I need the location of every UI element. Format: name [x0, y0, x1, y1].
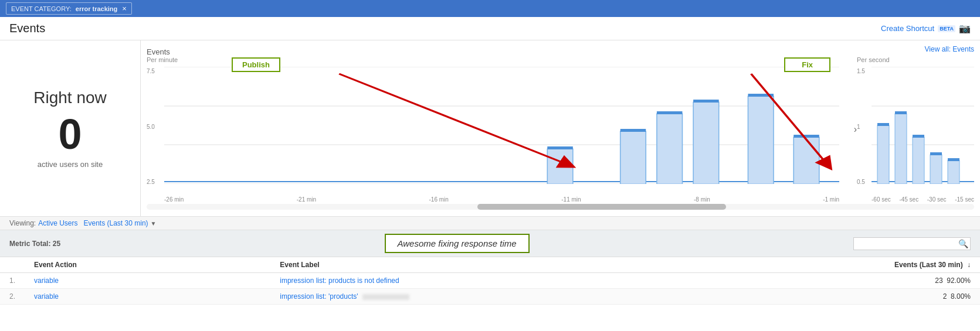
- left-panel: Right now 0 active users on site: [0, 40, 141, 216]
- row-number: 2.: [0, 289, 25, 305]
- chevron-right-icon[interactable]: ›: [854, 124, 857, 135]
- table-area: Metric Total: 25 Awesome fixing response…: [0, 230, 980, 305]
- svg-rect-16: [794, 135, 819, 138]
- svg-rect-12: [620, 129, 646, 132]
- svg-rect-24: [913, 137, 924, 184]
- svg-rect-22: [877, 125, 889, 184]
- x-axis-right: -60 sec -45 sec -30 sec -15 sec: [872, 196, 974, 203]
- y-axis-right: 1.5 1 0.5: [857, 68, 865, 185]
- show-all-area: View all: Events: [925, 45, 975, 53]
- metric-total-value: 25: [53, 240, 60, 248]
- right-now-count: 0: [58, 113, 82, 155]
- down-arrow-icon[interactable]: ▼: [151, 220, 157, 227]
- svg-rect-28: [895, 111, 907, 114]
- col-header-num: [0, 257, 25, 273]
- svg-rect-6: [620, 131, 646, 184]
- scrollbar[interactable]: [147, 204, 974, 210]
- chart-title: Events: [147, 47, 170, 56]
- beta-badge: BETA: [938, 25, 955, 32]
- row-events: 2 8.00%: [863, 289, 980, 305]
- show-all-link[interactable]: View all: Events: [925, 45, 975, 53]
- svg-rect-30: [930, 152, 942, 155]
- svg-rect-23: [895, 114, 907, 184]
- svg-rect-27: [877, 123, 889, 126]
- svg-rect-29: [913, 135, 924, 138]
- svg-rect-14: [693, 100, 719, 103]
- row-number: 1.: [0, 273, 25, 289]
- svg-rect-15: [748, 94, 774, 97]
- svg-rect-10: [794, 137, 819, 184]
- svg-rect-8: [693, 102, 719, 184]
- x-axis-left: -26 min -21 min -16 min -11 min -8 min -…: [164, 196, 839, 203]
- header-actions: Create Shortcut BETA 📷: [881, 23, 971, 34]
- left-chart-svg: [164, 67, 839, 184]
- camera-icon[interactable]: 📷: [959, 23, 971, 34]
- right-chart-svg: [872, 67, 974, 184]
- right-now-label: Right now: [33, 88, 107, 107]
- chart-labels: Events: [141, 45, 980, 56]
- col-header-event-action: Event Action: [25, 257, 270, 273]
- y-axis-left: 7.5 5.0 2.5: [147, 68, 155, 185]
- row-event-label: impression list: 'products': [270, 289, 863, 305]
- chart-area: View all: Events Events Per minute 7.5 5…: [141, 40, 980, 216]
- filter-bar: EVENT CATEGORY: error tracking ×: [0, 0, 980, 17]
- search-box-container: 🔍: [853, 237, 971, 250]
- table-row: 2. variable impression list: 'products' …: [0, 289, 980, 305]
- page-header: Events Create Shortcut BETA 📷: [0, 17, 980, 40]
- data-table: Event Action Event Label Events (Last 30…: [0, 257, 980, 305]
- awesome-annotation: Awesome fixing response time: [385, 234, 530, 253]
- table-row: 1. variable impression list: products is…: [0, 273, 980, 289]
- viewing-bar: Viewing: Active Users Events (Last 30 mi…: [0, 216, 980, 230]
- per-minute-label: Per minute: [141, 56, 851, 63]
- svg-rect-9: [748, 96, 774, 184]
- svg-rect-25: [930, 155, 942, 184]
- svg-rect-11: [547, 146, 573, 149]
- row-event-action: variable: [25, 289, 270, 305]
- svg-rect-26: [948, 161, 959, 184]
- svg-rect-31: [948, 158, 959, 161]
- close-icon[interactable]: ×: [122, 4, 127, 13]
- row-events: 23 92.00%: [863, 273, 980, 289]
- svg-rect-7: [657, 114, 683, 184]
- right-now-subtitle: active users on site: [38, 160, 103, 169]
- sort-icon[interactable]: ↓: [967, 261, 971, 269]
- metric-total: Metric Total: 25: [9, 240, 60, 248]
- table-toolbar: Metric Total: 25 Awesome fixing response…: [0, 230, 980, 257]
- charts-container: Per minute 7.5 5.0 2.5: [141, 56, 980, 203]
- filter-value: error tracking: [76, 5, 118, 12]
- col-header-event-label: Event Label: [270, 257, 863, 273]
- viewing-label: Viewing:: [9, 219, 36, 227]
- events-link[interactable]: Events (Last 30 min): [84, 219, 148, 227]
- svg-rect-5: [547, 149, 573, 184]
- active-users-link[interactable]: Active Users: [38, 219, 77, 227]
- create-shortcut-link[interactable]: Create Shortcut: [881, 24, 934, 33]
- metric-total-label: Metric Total:: [9, 240, 50, 248]
- blurred-content: [362, 294, 409, 300]
- svg-rect-13: [657, 111, 683, 114]
- main-content: Right now 0 active users on site View al…: [0, 40, 980, 216]
- page-title: Events: [9, 22, 45, 35]
- row-event-action: variable: [25, 273, 270, 289]
- left-chart-wrapper: Per minute 7.5 5.0 2.5: [141, 56, 851, 203]
- right-chart-wrapper: Per second 1.5 1 0.5: [851, 56, 980, 203]
- search-input[interactable]: [853, 237, 971, 250]
- filter-category: EVENT CATEGORY:: [11, 5, 72, 12]
- search-button[interactable]: 🔍: [958, 239, 968, 248]
- scrollbar-thumb[interactable]: [477, 204, 725, 210]
- per-second-label: Per second: [851, 56, 980, 63]
- row-event-label: impression list: products is not defined: [270, 273, 863, 289]
- filter-label: EVENT CATEGORY: error tracking: [11, 5, 117, 12]
- filter-tag[interactable]: EVENT CATEGORY: error tracking ×: [6, 2, 132, 15]
- table-header-row: Event Action Event Label Events (Last 30…: [0, 257, 980, 273]
- col-header-events: Events (Last 30 min) ↓: [863, 257, 980, 273]
